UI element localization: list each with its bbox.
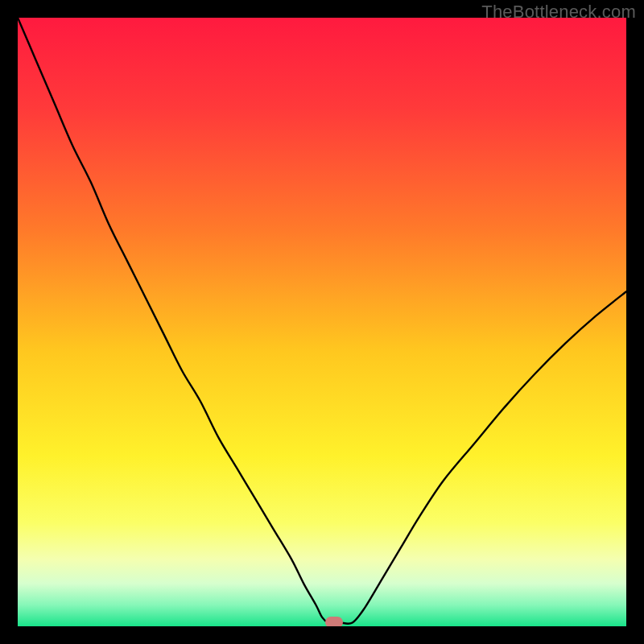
gradient-background bbox=[18, 18, 626, 626]
plot-area bbox=[18, 18, 626, 626]
optimum-marker bbox=[325, 617, 343, 626]
watermark-text: TheBottleneck.com bbox=[481, 2, 636, 23]
chart-frame: TheBottleneck.com bbox=[0, 0, 644, 644]
bottleneck-curve-svg bbox=[18, 18, 626, 626]
